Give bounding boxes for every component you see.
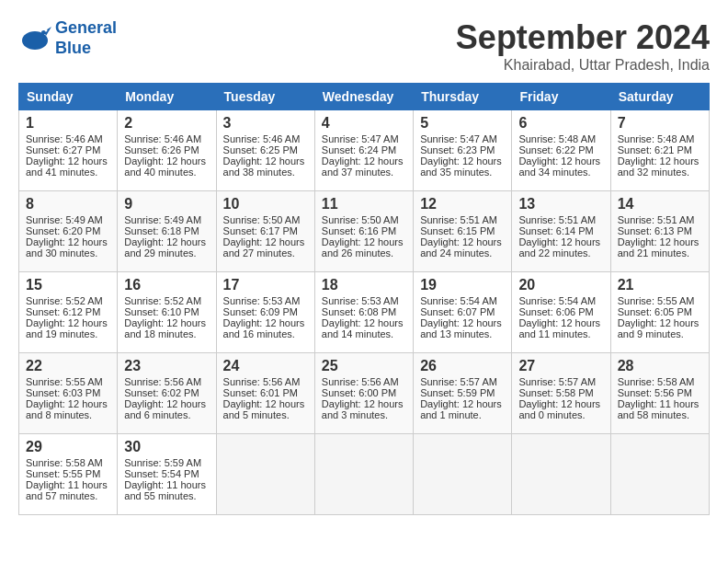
day-number: 21 [618, 277, 702, 293]
sunrise-text: Sunrise: 5:48 AM [518, 133, 596, 144]
column-header-friday: Friday [512, 84, 610, 110]
column-header-saturday: Saturday [610, 84, 709, 110]
calendar-week-row: 29 Sunrise: 5:58 AM Sunset: 5:55 PM Dayl… [19, 434, 710, 515]
title-block: September 2024 Khairabad, Uttar Pradesh,… [456, 18, 710, 74]
sunrise-text: Sunrise: 5:54 AM [420, 295, 497, 306]
calendar-week-row: 22 Sunrise: 5:55 AM Sunset: 6:03 PM Dayl… [19, 353, 710, 434]
calendar-cell: 22 Sunrise: 5:55 AM Sunset: 6:03 PM Dayl… [19, 353, 118, 434]
calendar-cell: 4 Sunrise: 5:47 AM Sunset: 6:24 PM Dayli… [314, 110, 413, 191]
daylight-text: Daylight: 12 hours and 29 minutes. [124, 236, 206, 259]
calendar-cell: 10 Sunrise: 5:50 AM Sunset: 6:17 PM Dayl… [216, 191, 314, 272]
sunrise-text: Sunrise: 5:46 AM [124, 133, 201, 144]
calendar-cell: 13 Sunrise: 5:51 AM Sunset: 6:14 PM Dayl… [512, 191, 610, 272]
day-number: 16 [124, 277, 209, 293]
sunset-text: Sunset: 5:55 PM [26, 468, 100, 479]
sunrise-text: Sunrise: 5:46 AM [223, 133, 301, 144]
day-number: 24 [223, 358, 308, 374]
logo-text-blue: Blue [55, 39, 117, 59]
sunrise-text: Sunrise: 5:46 AM [26, 133, 103, 144]
sunrise-text: Sunrise: 5:50 AM [223, 214, 301, 225]
calendar-cell: 27 Sunrise: 5:57 AM Sunset: 5:58 PM Dayl… [512, 353, 610, 434]
sunrise-text: Sunrise: 5:55 AM [618, 295, 695, 306]
sunrise-text: Sunrise: 5:55 AM [26, 376, 103, 387]
calendar-cell: 1 Sunrise: 5:46 AM Sunset: 6:27 PM Dayli… [19, 110, 118, 191]
daylight-text: Daylight: 12 hours and 24 minutes. [420, 236, 502, 259]
calendar-cell: 30 Sunrise: 5:59 AM Sunset: 5:54 PM Dayl… [118, 434, 216, 515]
sunset-text: Sunset: 6:09 PM [223, 306, 298, 317]
sunset-text: Sunset: 6:05 PM [618, 306, 692, 317]
daylight-text: Daylight: 12 hours and 30 minutes. [26, 236, 108, 259]
calendar-cell [512, 434, 610, 515]
calendar-cell [610, 434, 709, 515]
sunset-text: Sunset: 6:00 PM [322, 387, 396, 398]
column-header-thursday: Thursday [414, 84, 512, 110]
sunset-text: Sunset: 6:20 PM [26, 225, 100, 236]
daylight-text: Daylight: 12 hours and 35 minutes. [420, 155, 502, 178]
sunrise-text: Sunrise: 5:56 AM [322, 376, 399, 387]
daylight-text: Daylight: 12 hours and 27 minutes. [223, 236, 305, 259]
daylight-text: Daylight: 12 hours and 37 minutes. [322, 155, 404, 178]
day-number: 19 [420, 277, 505, 293]
calendar-cell: 20 Sunrise: 5:54 AM Sunset: 6:06 PM Dayl… [512, 272, 610, 353]
day-number: 17 [223, 277, 308, 293]
svg-point-3 [45, 29, 48, 31]
sunset-text: Sunset: 6:07 PM [420, 306, 495, 317]
sunrise-text: Sunrise: 5:54 AM [518, 295, 596, 306]
day-number: 26 [420, 358, 505, 374]
daylight-text: Daylight: 12 hours and 8 minutes. [26, 398, 108, 420]
day-number: 3 [223, 115, 308, 132]
daylight-text: Daylight: 12 hours and 26 minutes. [322, 236, 404, 259]
sunset-text: Sunset: 6:10 PM [124, 306, 199, 317]
sunrise-text: Sunrise: 5:58 AM [26, 457, 103, 468]
sunrise-text: Sunrise: 5:50 AM [322, 214, 399, 225]
sunset-text: Sunset: 6:27 PM [26, 144, 100, 155]
sunset-text: Sunset: 6:21 PM [618, 144, 692, 155]
calendar-cell: 29 Sunrise: 5:58 AM Sunset: 5:55 PM Dayl… [19, 434, 118, 515]
sunrise-text: Sunrise: 5:58 AM [618, 376, 695, 387]
calendar-cell: 14 Sunrise: 5:51 AM Sunset: 6:13 PM Dayl… [610, 191, 709, 272]
calendar-week-row: 8 Sunrise: 5:49 AM Sunset: 6:20 PM Dayli… [19, 191, 710, 272]
sunset-text: Sunset: 5:59 PM [420, 387, 495, 398]
calendar-cell: 12 Sunrise: 5:51 AM Sunset: 6:15 PM Dayl… [414, 191, 512, 272]
sunset-text: Sunset: 6:15 PM [420, 225, 495, 236]
calendar-cell: 26 Sunrise: 5:57 AM Sunset: 5:59 PM Dayl… [414, 353, 512, 434]
day-number: 27 [518, 358, 603, 374]
day-number: 20 [518, 277, 603, 293]
sunrise-text: Sunrise: 5:47 AM [420, 133, 497, 144]
daylight-text: Daylight: 12 hours and 40 minutes. [124, 155, 206, 178]
calendar-cell: 25 Sunrise: 5:56 AM Sunset: 6:00 PM Dayl… [314, 353, 413, 434]
sunrise-text: Sunrise: 5:52 AM [26, 295, 103, 306]
sunset-text: Sunset: 6:02 PM [124, 387, 199, 398]
sunrise-text: Sunrise: 5:56 AM [124, 376, 201, 387]
sunset-text: Sunset: 6:01 PM [223, 387, 298, 398]
sunrise-text: Sunrise: 5:59 AM [124, 457, 201, 468]
calendar-week-row: 15 Sunrise: 5:52 AM Sunset: 6:12 PM Dayl… [19, 272, 710, 353]
sunrise-text: Sunrise: 5:51 AM [420, 214, 497, 225]
day-number: 15 [26, 277, 110, 293]
calendar-week-row: 1 Sunrise: 5:46 AM Sunset: 6:27 PM Dayli… [19, 110, 710, 191]
svg-point-0 [22, 31, 48, 50]
sunset-text: Sunset: 6:16 PM [322, 225, 396, 236]
day-number: 18 [322, 277, 406, 293]
day-number: 22 [26, 358, 110, 374]
calendar-cell: 16 Sunrise: 5:52 AM Sunset: 6:10 PM Dayl… [118, 272, 216, 353]
sunrise-text: Sunrise: 5:57 AM [420, 376, 497, 387]
sunrise-text: Sunrise: 5:47 AM [322, 133, 399, 144]
daylight-text: Daylight: 12 hours and 9 minutes. [618, 317, 700, 339]
calendar-cell: 8 Sunrise: 5:49 AM Sunset: 6:20 PM Dayli… [19, 191, 118, 272]
sunset-text: Sunset: 6:18 PM [124, 225, 199, 236]
column-header-tuesday: Tuesday [216, 84, 314, 110]
day-number: 30 [124, 439, 209, 455]
daylight-text: Daylight: 12 hours and 38 minutes. [223, 155, 305, 178]
sunset-text: Sunset: 6:26 PM [124, 144, 199, 155]
sunrise-text: Sunrise: 5:48 AM [618, 133, 695, 144]
calendar-cell [414, 434, 512, 515]
month-title: September 2024 [456, 18, 710, 57]
sunset-text: Sunset: 6:06 PM [518, 306, 593, 317]
sunrise-text: Sunrise: 5:53 AM [322, 295, 399, 306]
calendar-cell: 11 Sunrise: 5:50 AM Sunset: 6:16 PM Dayl… [314, 191, 413, 272]
calendar-table: SundayMondayTuesdayWednesdayThursdayFrid… [18, 83, 710, 515]
column-header-monday: Monday [118, 84, 216, 110]
daylight-text: Daylight: 12 hours and 14 minutes. [322, 317, 404, 339]
sunset-text: Sunset: 5:58 PM [518, 387, 593, 398]
